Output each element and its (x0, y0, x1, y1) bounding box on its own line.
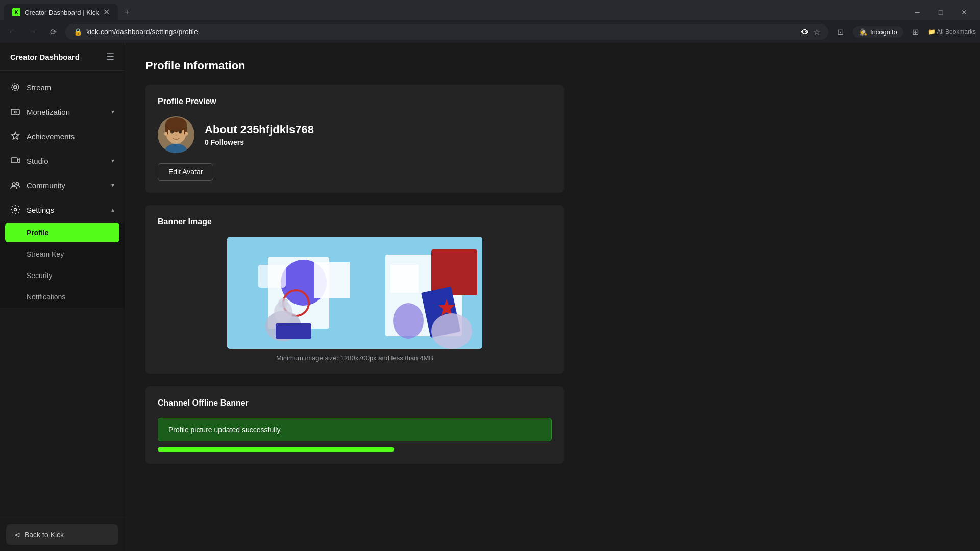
svg-point-3 (14, 111, 16, 113)
reload-button[interactable]: ⟳ (45, 23, 61, 40)
browser-chrome: K Creator Dashboard | Kick ✕ + ─ □ ✕ ← →… (0, 0, 980, 43)
sidebar-label-settings: Settings (27, 206, 54, 214)
sidebar-item-settings[interactable]: Settings ▴ (0, 197, 125, 222)
svg-rect-23 (314, 262, 350, 298)
app-layout: Creator Dashboard ☰ Stream (0, 43, 980, 551)
stream-icon (10, 82, 20, 92)
sidebar: Creator Dashboard ☰ Stream (0, 43, 125, 551)
close-button[interactable]: ✕ (952, 4, 976, 20)
upload-progress-bar (158, 447, 394, 452)
svg-point-10 (165, 117, 187, 132)
about-prefix: About (205, 123, 240, 136)
profile-username: About 235hfjdkls768 (205, 123, 552, 136)
svg-point-1 (12, 84, 19, 91)
settings-icon (10, 205, 20, 215)
eye-slash-icon: 👁‍🗨 (800, 28, 809, 36)
sidebar-item-monetization[interactable]: Monetization ▾ (0, 99, 125, 124)
toast-message: Profile picture updated successfully. (168, 425, 282, 434)
svg-point-13 (170, 130, 174, 134)
active-tab[interactable]: K Creator Dashboard | Kick ✕ (4, 4, 118, 20)
new-tab-button[interactable]: + (120, 5, 134, 19)
incognito-icon: 🕵 (859, 28, 867, 36)
studio-icon (10, 156, 20, 166)
banner-title: Banner Image (158, 217, 552, 227)
followers-count: 0 (205, 138, 209, 146)
sidebar-label-stream: Stream (27, 83, 51, 92)
window-controls: ─ □ ✕ (905, 4, 976, 20)
channel-offline-title: Channel Offline Banner (158, 398, 552, 408)
page-title: Profile Information (145, 59, 564, 72)
edit-avatar-button[interactable]: Edit Avatar (158, 163, 213, 181)
monetization-icon (10, 107, 20, 117)
svg-point-34 (393, 303, 424, 339)
banner-image-card: Banner Image (145, 205, 564, 374)
community-icon (10, 180, 20, 190)
svg-rect-26 (276, 323, 311, 339)
svg-point-36 (278, 298, 288, 308)
svg-point-6 (16, 183, 19, 185)
sidebar-subitem-profile[interactable]: Profile (5, 223, 119, 242)
sidebar-item-community[interactable]: Community ▾ (0, 173, 125, 197)
stream-key-label: Stream Key (27, 250, 64, 258)
svg-point-5 (12, 183, 15, 186)
svg-point-17 (185, 132, 188, 136)
profile-preview: About 235hfjdkls768 0 Followers (158, 116, 552, 153)
chevron-down-icon: ▾ (111, 108, 114, 115)
profile-label: Profile (27, 229, 49, 237)
sidebar-label-achievements: Achievements (27, 132, 75, 141)
svg-point-14 (179, 130, 182, 134)
bookmarks-label[interactable]: 📁 All Bookmarks (928, 28, 976, 35)
banner-image (227, 237, 482, 349)
sidebar-subitem-security[interactable]: Security (0, 265, 125, 286)
sidebar-label-monetization: Monetization (27, 108, 70, 116)
banner-caption: Minimum image size: 1280x700px and less … (276, 354, 433, 362)
avatar (158, 116, 194, 153)
chevron-up-icon: ▴ (111, 206, 114, 213)
sidebar-item-studio[interactable]: Studio ▾ (0, 148, 125, 173)
banner-container: Minimum image size: 1280x700px and less … (158, 237, 552, 362)
extensions-icon[interactable]: ⊞ (908, 23, 924, 40)
incognito-label: Incognito (870, 28, 897, 36)
back-to-kick-button[interactable]: ⊲ Back to Kick (6, 524, 118, 545)
cast-icon[interactable]: ⊡ (832, 23, 849, 40)
sidebar-subitem-notifications[interactable]: Notifications (0, 286, 125, 308)
profile-followers: 0 Followers (205, 138, 552, 146)
chevron-down-icon: ▾ (111, 182, 114, 189)
back-icon: ⊲ (14, 531, 20, 539)
settings-submenu: Profile Stream Key Security Notification… (0, 223, 125, 308)
profile-preview-title: Profile Preview (158, 97, 552, 106)
svg-rect-33 (390, 265, 419, 293)
sidebar-label-studio: Studio (27, 157, 48, 165)
forward-navigation-button[interactable]: → (24, 23, 41, 40)
maximize-button[interactable]: □ (929, 4, 952, 20)
chevron-down-icon: ▾ (111, 157, 114, 164)
browser-toolbar: ← → ⟳ 🔒 kick.com/dashboard/settings/prof… (0, 20, 980, 43)
sidebar-item-achievements[interactable]: Achievements (0, 124, 125, 148)
back-label: Back to Kick (24, 531, 64, 539)
star-icon[interactable]: ☆ (813, 27, 820, 37)
incognito-button[interactable]: 🕵 Incognito (853, 26, 903, 38)
sidebar-toggle-button[interactable]: ☰ (106, 51, 114, 62)
svg-point-0 (14, 86, 17, 89)
url-text: kick.com/dashboard/settings/profile (86, 28, 796, 36)
sidebar-header: Creator Dashboard ☰ (0, 43, 125, 71)
main-content: Profile Information Profile Preview (125, 43, 980, 551)
security-label: Security (27, 271, 53, 280)
svg-point-7 (14, 209, 17, 211)
minimize-button[interactable]: ─ (905, 4, 929, 20)
sidebar-label-community: Community (27, 181, 65, 190)
svg-point-15 (175, 135, 177, 136)
svg-rect-29 (431, 249, 477, 295)
address-bar[interactable]: 🔒 kick.com/dashboard/settings/profile 👁‍… (65, 24, 828, 40)
notifications-label: Notifications (27, 293, 65, 301)
sidebar-subitem-stream-key[interactable]: Stream Key (0, 243, 125, 265)
username-text: 235hfjdkls768 (240, 123, 314, 136)
sidebar-item-stream[interactable]: Stream (0, 75, 125, 99)
achievements-icon (10, 131, 20, 141)
tab-close-button[interactable]: ✕ (103, 8, 110, 16)
svg-rect-2 (11, 109, 19, 115)
back-navigation-button[interactable]: ← (4, 23, 20, 40)
tab-bar: K Creator Dashboard | Kick ✕ + ─ □ ✕ (0, 0, 980, 20)
sidebar-nav: Stream Monetization ▾ (0, 71, 125, 518)
svg-point-16 (164, 132, 167, 136)
